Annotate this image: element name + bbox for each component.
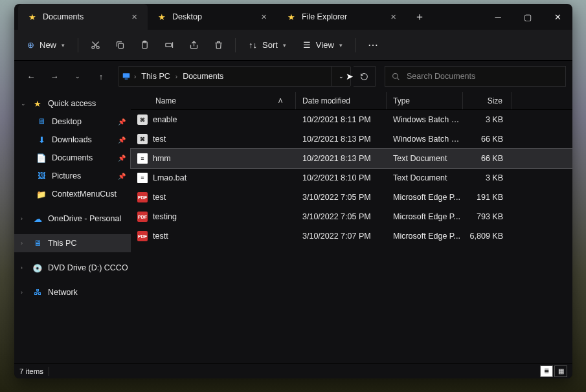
file-row[interactable]: PDFtest3/10/2022 7:05 PMMicrosoft Edge P… [131,188,572,207]
file-type: Windows Batch File [387,135,463,144]
file-name: test [153,135,166,144]
share-button[interactable] [182,35,205,56]
file-name: testing [153,212,177,221]
sidebar-label: Pictures [52,171,81,180]
address-history-button[interactable]: ⌄ [331,67,350,86]
file-type: Microsoft Edge P... [387,212,463,221]
svg-point-8 [393,73,398,78]
copy-button[interactable] [108,35,131,56]
sidebar-item-downloads[interactable]: ⬇ Downloads 📌 [14,131,131,149]
sidebar-label: OneDrive - Personal [48,214,121,223]
file-row[interactable]: ⌘enable10/2/2021 8:11 PMWindows Batch Fi… [131,110,572,129]
up-button[interactable]: ↑ [91,66,111,87]
address-bar[interactable]: › This PC › Documents ⌄ [118,66,351,87]
search-input[interactable]: Search Documents [385,66,566,87]
sort-icon: ↑↓ [249,40,257,50]
breadcrumb-segment[interactable]: Documents [177,72,229,81]
column-type[interactable]: Type [387,92,463,109]
tab-documents[interactable]: ★ Documents ✕ [18,4,148,30]
file-type: Text Document [387,154,463,163]
file-row[interactable]: ⌘test10/2/2021 8:13 PMWindows Batch File… [131,129,572,149]
tab-bar: ★ Documents ✕ ★ Desktop ✕ ★ File Explore… [14,4,572,30]
new-tab-button[interactable]: ＋ [407,4,433,30]
star-icon: ★ [287,12,295,22]
file-size: 793 KB [463,212,512,221]
file-size: 66 KB [463,154,512,163]
file-row[interactable]: PDFtestt3/10/2022 7:07 PMMicrosoft Edge … [131,226,572,246]
tab-desktop[interactable]: ★ Desktop ✕ [148,4,277,30]
sidebar-item-desktop[interactable]: 🖥 Desktop 📌 [14,113,131,131]
sidebar-item-network[interactable]: › 🖧 Network [14,283,131,301]
new-button[interactable]: ⊕ New ▾ [19,36,73,54]
sidebar-item-dvd[interactable]: › 💿 DVD Drive (D:) CCCO [14,259,131,277]
tab-label: Documents [43,12,84,21]
sidebar-item-this-pc[interactable]: › 🖥 This PC [14,234,131,252]
sidebar-item-documents[interactable]: 📄 Documents 📌 [14,149,131,167]
chevron-right-icon: › [21,289,27,296]
breadcrumb-segment[interactable]: This PC [136,72,175,81]
file-date: 10/2/2021 8:10 PM [296,173,387,182]
column-date[interactable]: Date modified [296,92,387,109]
tab-file-explorer[interactable]: ★ File Explorer ✕ [277,4,407,30]
sidebar-item-onedrive[interactable]: › ☁ OneDrive - Personal [14,210,131,228]
details-view-button[interactable]: ≣ [540,365,553,377]
document-icon: 📄 [36,153,47,163]
chevron-right-icon: › [21,265,27,271]
view-toggle: ≣ ▦ [540,365,567,377]
file-date: 10/2/2021 8:11 PM [296,115,387,124]
new-label: New [39,40,56,50]
delete-button[interactable] [207,35,230,56]
file-row[interactable]: PDFtesting3/10/2022 7:05 PMMicrosoft Edg… [131,207,572,226]
column-size[interactable]: Size [463,92,512,109]
view-button[interactable]: ☰ View ▾ [295,36,350,54]
sidebar-item-pictures[interactable]: 🖼 Pictures 📌 [14,167,131,185]
sort-asc-icon: ᐱ [278,98,282,104]
file-row[interactable]: ≡Lmao.bat10/2/2021 8:10 PMText Document3… [131,168,572,188]
item-count: 7 items [19,367,43,375]
sidebar-label: DVD Drive (D:) CCCO [48,263,128,272]
pin-icon: 📌 [118,136,126,144]
file-icon: PDF [137,212,148,222]
chevron-down-icon: ▾ [283,42,286,49]
maximize-button[interactable]: ▢ [513,4,543,30]
column-name[interactable]: Name ᐱ [131,92,296,109]
paste-button[interactable] [133,35,156,56]
sidebar-item-quick-access[interactable]: ⌄ ★ Quick access [14,94,131,113]
minimize-button[interactable]: ─ [483,4,513,30]
file-size: 191 KB [463,193,512,202]
forward-button[interactable]: → [44,66,65,87]
file-explorer-window: ★ Documents ✕ ★ Desktop ✕ ★ File Explore… [14,4,572,378]
view-label: View [316,40,334,50]
refresh-button[interactable] [354,66,376,87]
file-size: 3 KB [463,173,512,182]
sort-button[interactable]: ↑↓ Sort ▾ [241,36,294,54]
file-icon: PDF [137,231,148,241]
file-row[interactable]: ≡hmm10/2/2021 8:13 PMText Document66 KB [131,149,572,168]
chevron-right-icon: › [134,73,136,80]
more-button[interactable]: ⋯ [361,35,385,56]
cloud-icon: ☁ [32,214,43,224]
thumbnails-view-button[interactable]: ▦ [554,365,567,377]
file-type: Text Document [387,173,463,182]
pin-icon: 📌 [118,155,126,162]
close-icon[interactable]: ✕ [261,13,267,21]
svg-rect-7 [125,79,128,80]
close-window-button[interactable]: ✕ [543,4,572,30]
sidebar-item-folder[interactable]: 📁 ContextMenuCust [14,185,131,203]
close-icon[interactable]: ✕ [131,13,137,21]
close-icon[interactable]: ✕ [390,13,396,21]
column-headers: Name ᐱ Date modified Type Size [131,92,572,110]
file-date: 3/10/2022 7:05 PM [296,212,387,221]
recent-dropdown[interactable]: ⌄ [67,66,88,87]
sidebar-label: Quick access [48,99,96,108]
chevron-down-icon: ⌄ [21,100,27,107]
sidebar-label: Downloads [52,135,92,144]
back-button[interactable]: ← [21,66,41,87]
file-size: 66 KB [463,135,512,144]
rename-button[interactable] [157,35,181,56]
file-icon: ≡ [137,173,148,183]
svg-point-1 [96,46,99,49]
cut-button[interactable] [84,35,107,56]
file-name: testt [153,232,168,241]
chevron-down-icon: ▾ [339,42,343,49]
